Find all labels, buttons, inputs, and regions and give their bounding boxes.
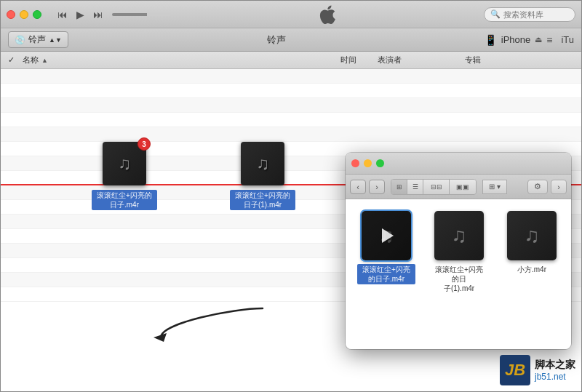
- list-view-button[interactable]: ☰: [407, 180, 423, 194]
- library-selector[interactable]: 💿 铃声 ▲▼: [8, 31, 68, 48]
- search-input[interactable]: [503, 10, 569, 19]
- scroll-right-button[interactable]: ›: [551, 180, 567, 194]
- watermark-logo: JB: [500, 355, 530, 385]
- finder-file-label-3: 小方.m4r: [503, 264, 561, 275]
- stripe-row: [1, 127, 581, 142]
- iphone-label: iPhone: [501, 34, 530, 45]
- finder-file-icon-3: ♫: [507, 211, 557, 260]
- watermark: JB 脚本之家 jb51.net: [500, 355, 575, 385]
- iphone-section: 📱 iPhone ⏏ ≡: [485, 34, 553, 46]
- finder-title-bar: [346, 153, 571, 175]
- play-button[interactable]: ▶: [73, 7, 87, 22]
- music-note-icon: ♫: [525, 224, 540, 247]
- search-bar[interactable]: 🔍: [484, 7, 575, 22]
- file-label-1: 滚滚红尘+闪亮的日子.m4r: [92, 190, 157, 210]
- stripe-row: [1, 98, 581, 113]
- finder-file-icon-1: ♫: [362, 211, 411, 260]
- list-item[interactable]: ♫ 滚滚红尘+闪亮的日子.m4r: [357, 211, 415, 284]
- finder-file-label-1: 滚滚红尘+闪亮的日子.m4r: [357, 264, 415, 284]
- finder-maximize-button[interactable]: [376, 159, 384, 167]
- col-artist-header[interactable]: 表演者: [378, 55, 465, 65]
- view-mode-group: ⊞ ☰ ⊟⊟ ▣▣: [391, 179, 477, 195]
- name-col-label: 名称: [23, 55, 39, 65]
- album-col-label: 专辑: [465, 55, 481, 64]
- close-button[interactable]: [7, 10, 15, 19]
- iphone-device-icon: 📱: [485, 34, 497, 46]
- itu-label: iTu: [561, 34, 574, 45]
- music-note-icon: ♫: [256, 153, 269, 174]
- ringtone-center-label: 铃声: [77, 33, 476, 47]
- library-icon: 💿: [15, 35, 25, 45]
- minimize-button[interactable]: [20, 10, 28, 19]
- checkmark: ✓: [8, 55, 15, 64]
- finder-toolbar: ‹ › ⊞ ☰ ⊟⊟ ▣▣ ⊞ ▾ ⚙ ›: [346, 175, 571, 199]
- back-button[interactable]: ‹: [350, 180, 366, 194]
- forward-button[interactable]: ›: [369, 180, 385, 194]
- toolbar: 💿 铃声 ▲▼ 铃声 📱 iPhone ⏏ ≡ iTu: [1, 28, 581, 52]
- sort-arrow-icon: ▲: [41, 57, 48, 64]
- itunes-window: ⏮ ▶ ⏭ 🔍 💿 铃声 ▲▼ 铃声 📱 iPhone ⏏ ≡: [0, 0, 582, 392]
- col-name-header[interactable]: 名称 ▲: [23, 55, 319, 65]
- list-item[interactable]: ♫ 小方.m4r: [503, 211, 561, 275]
- title-bar: ⏮ ▶ ⏭ 🔍: [1, 1, 581, 28]
- watermark-site-name: 脚本之家: [535, 359, 575, 372]
- col-time-header[interactable]: 时间: [319, 55, 378, 65]
- music-file-icon-1: ♫ 3: [103, 142, 146, 185]
- drag-arrow: [146, 301, 277, 348]
- list-item[interactable]: ♫ 滚滚红尘+闪亮的日子(1).m4r: [430, 211, 488, 294]
- stripe-row: [1, 69, 581, 84]
- menu-lines-icon[interactable]: ≡: [546, 34, 552, 46]
- icon-view-button[interactable]: ⊞: [391, 180, 407, 194]
- column-headers: ✓ 名称 ▲ 时间 表演者 专辑: [1, 52, 581, 69]
- finder-file-label-2: 滚滚红尘+闪亮的日子(1).m4r: [430, 264, 488, 294]
- rewind-button[interactable]: ⏮: [55, 7, 71, 22]
- finder-close-button[interactable]: [351, 159, 359, 167]
- center-ringtone-text: 铃声: [267, 33, 286, 47]
- eject-icon[interactable]: ⏏: [535, 35, 542, 44]
- main-content: ♫ 3 滚滚红尘+闪亮的日子.m4r ♫ 滚滚红尘+闪亮的日子(1).m4r: [1, 69, 581, 391]
- finder-file-icon-2: ♫: [434, 211, 484, 260]
- play-overlay: [362, 211, 411, 260]
- apple-logo: [176, 5, 478, 24]
- traffic-lights: [7, 10, 41, 19]
- column-view-button[interactable]: ⊟⊟: [423, 180, 450, 194]
- forward-button[interactable]: ⏭: [90, 7, 106, 22]
- list-item[interactable]: ♫ 滚滚红尘+闪亮的日子(1).m4r: [226, 142, 299, 210]
- search-icon: 🔍: [490, 9, 501, 19]
- watermark-text: 脚本之家 jb51.net: [535, 359, 575, 382]
- volume-slider[interactable]: [112, 13, 170, 16]
- time-col-label: 时间: [340, 55, 356, 64]
- maximize-button[interactable]: [33, 10, 41, 19]
- music-note-icon: ♫: [118, 153, 131, 174]
- apple-icon: [319, 5, 335, 24]
- watermark-url: jb51.net: [535, 372, 575, 382]
- arrange-dropdown[interactable]: ⊞ ▾: [482, 180, 507, 194]
- col-album-header[interactable]: 专辑: [465, 55, 574, 65]
- watermark-logo-text: JB: [505, 361, 525, 380]
- finder-minimize-button[interactable]: [364, 159, 372, 167]
- col-check: ✓: [8, 55, 23, 65]
- coverflow-button[interactable]: ▣▣: [450, 180, 476, 194]
- play-triangle-icon: [382, 228, 394, 243]
- file-label-2: 滚滚红尘+闪亮的日子(1).m4r: [230, 190, 295, 210]
- action-button[interactable]: ⚙: [527, 180, 548, 194]
- finder-content: ♫ 滚滚红尘+闪亮的日子.m4r ♫ 滚滚红尘+闪亮的日子(1).m4r: [346, 199, 571, 349]
- svg-marker-0: [154, 333, 167, 342]
- stripe-row: [1, 84, 581, 98]
- finder-window: ‹ › ⊞ ☰ ⊟⊟ ▣▣ ⊞ ▾ ⚙ › ♫: [346, 153, 571, 349]
- badge-count: 3: [137, 137, 151, 151]
- stripe-row: [1, 113, 581, 127]
- artist-col-label: 表演者: [378, 55, 402, 64]
- music-file-icon-2: ♫: [241, 142, 284, 185]
- chevron-down-icon: ▲▼: [49, 36, 62, 44]
- transport-controls: ⏮ ▶ ⏭: [55, 7, 170, 22]
- library-label: 铃声: [28, 33, 46, 46]
- music-note-icon: ♫: [452, 224, 467, 247]
- list-item[interactable]: ♫ 3 滚滚红尘+闪亮的日子.m4r: [88, 142, 161, 210]
